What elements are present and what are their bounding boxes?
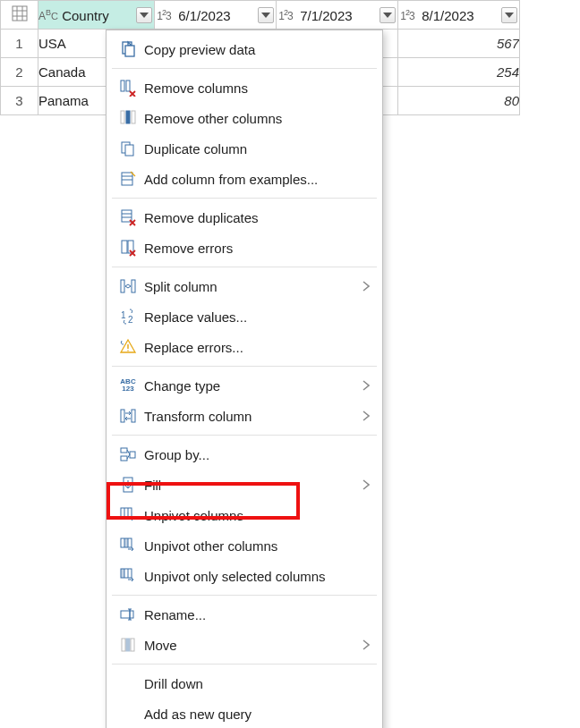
svg-rect-9 [121, 111, 124, 123]
svg-rect-8 [126, 80, 130, 91]
menu-label: Split column [144, 279, 362, 294]
menu-label: Remove other columns [144, 111, 370, 126]
svg-rect-22 [121, 280, 124, 292]
column-label: 6/1/2023 [178, 8, 230, 23]
menu-label: Remove columns [144, 80, 370, 96]
menu-add-column-from-examples[interactable]: Add column from examples... [107, 164, 382, 194]
cell-value[interactable]: 254 [398, 58, 520, 87]
menu-remove-columns[interactable]: Remove columns [107, 72, 382, 103]
menu-label: Unpivot other columns [144, 538, 370, 554]
svg-rect-50 [126, 639, 130, 651]
remove-columns-icon [115, 77, 141, 98]
menu-unpivot-columns[interactable]: Unpivot columns [107, 500, 382, 530]
unpivot-columns-icon [115, 504, 141, 526]
row-number[interactable]: 1 [1, 30, 38, 58]
menu-separator [112, 68, 377, 69]
svg-rect-30 [121, 448, 127, 453]
rename-icon [115, 604, 141, 625]
svg-rect-29 [132, 410, 135, 422]
blank-icon [115, 673, 141, 694]
menu-rename[interactable]: Rename... [107, 599, 382, 630]
menu-move[interactable]: Move [107, 630, 382, 660]
svg-rect-51 [131, 639, 134, 651]
menu-separator [112, 435, 377, 436]
menu-replace-errors[interactable]: Replace errors... [107, 332, 382, 362]
svg-rect-11 [132, 111, 135, 123]
filter-dropdown-icon[interactable] [258, 7, 274, 23]
remove-other-columns-icon [115, 107, 141, 129]
svg-rect-44 [121, 569, 124, 578]
menu-remove-other-columns[interactable]: Remove other columns [107, 103, 382, 133]
svg-rect-32 [130, 452, 135, 458]
column-label: 7/1/2023 [300, 8, 352, 23]
unpivot-other-icon [115, 535, 141, 556]
menu-replace-values[interactable]: 12 Replace values... [107, 301, 382, 332]
filter-dropdown-icon[interactable] [501, 7, 517, 23]
move-icon [115, 634, 141, 656]
svg-point-27 [127, 350, 129, 351]
row-number[interactable]: 2 [1, 58, 38, 87]
svg-rect-6 [125, 46, 134, 56]
menu-split-column[interactable]: Split column [107, 271, 382, 301]
menu-separator [112, 267, 377, 267]
blank-icon [115, 703, 141, 724]
menu-label: Unpivot columns [144, 508, 370, 523]
menu-group-by[interactable]: Group by... [107, 439, 382, 470]
menu-transform-column[interactable]: Transform column [107, 401, 382, 431]
context-menu: Copy preview data Remove columns Remove … [106, 30, 383, 728]
column-header-country[interactable]: ABC Country [38, 1, 155, 30]
menu-label: Remove duplicates [144, 210, 370, 225]
menu-label: Change type [144, 378, 362, 394]
menu-separator [112, 198, 377, 199]
menu-separator [112, 366, 377, 367]
menu-label: Group by... [144, 447, 370, 462]
split-column-icon [115, 275, 141, 297]
svg-rect-13 [125, 145, 133, 156]
menu-remove-duplicates[interactable]: Remove duplicates [107, 202, 382, 233]
menu-change-type[interactable]: ABC 123 Change type [107, 370, 382, 401]
menu-remove-errors[interactable]: Remove errors [107, 233, 382, 263]
menu-drill-down[interactable]: Drill down [107, 668, 382, 698]
column-header-date3[interactable]: 123 8/1/2023 [398, 1, 520, 30]
svg-rect-10 [126, 111, 130, 123]
row-number[interactable]: 3 [1, 87, 38, 115]
menu-label: Drill down [144, 676, 370, 691]
cell-value[interactable]: 80 [398, 87, 520, 115]
chevron-right-icon [362, 409, 370, 424]
menu-label: Duplicate column [144, 141, 370, 157]
transform-column-icon [115, 405, 141, 427]
svg-rect-28 [121, 410, 124, 422]
menu-duplicate-column[interactable]: Duplicate column [107, 133, 382, 164]
menu-label: Fill [144, 478, 362, 493]
menu-label: Copy preview data [144, 42, 370, 57]
menu-fill[interactable]: Fill [107, 470, 382, 500]
menu-separator [112, 595, 377, 596]
cell-value[interactable]: 567 [398, 30, 520, 58]
chevron-right-icon [362, 378, 370, 394]
replace-values-icon: 12 [115, 306, 141, 327]
svg-rect-20 [122, 241, 127, 253]
remove-duplicates-icon [115, 207, 141, 228]
svg-rect-34 [121, 508, 132, 517]
grid-corner[interactable] [1, 1, 38, 30]
filter-dropdown-icon[interactable] [136, 7, 152, 23]
unpivot-selected-icon [115, 565, 141, 587]
menu-copy-preview-data[interactable]: Copy preview data [107, 34, 382, 64]
svg-text:1: 1 [121, 310, 126, 320]
column-label: Country [62, 8, 109, 23]
menu-unpivot-other-columns[interactable]: Unpivot other columns [107, 530, 382, 561]
svg-rect-14 [122, 173, 132, 185]
menu-label: Add as new query [144, 707, 370, 722]
svg-rect-7 [121, 80, 124, 91]
column-header-date2[interactable]: 123 7/1/2023 [277, 1, 398, 30]
menu-label: Replace errors... [144, 340, 370, 355]
menu-unpivot-only-selected[interactable]: Unpivot only selected columns [107, 561, 382, 591]
column-label: 8/1/2023 [422, 8, 473, 23]
column-header-date1[interactable]: 123 6/1/2023 [155, 1, 277, 30]
svg-rect-0 [13, 6, 27, 21]
menu-add-as-new-query[interactable]: Add as new query [107, 698, 382, 728]
filter-dropdown-icon[interactable] [380, 7, 396, 23]
svg-rect-31 [121, 456, 127, 461]
type-number-icon: 123 [277, 8, 294, 22]
menu-label: Add column from examples... [144, 172, 370, 187]
